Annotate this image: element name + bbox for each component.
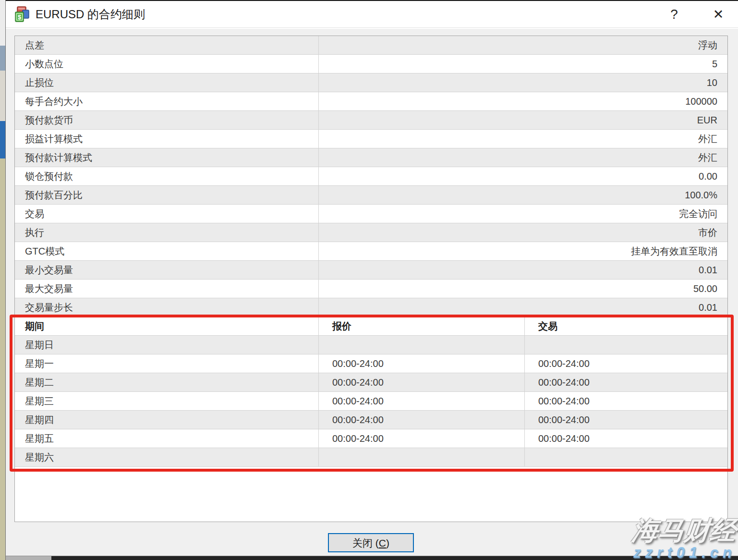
schedule-row[interactable]: 星期一 00:00-24:00 00:00-24:00	[15, 354, 727, 373]
schedule-quotes-hours: 00:00-24:00	[319, 392, 525, 410]
spec-row[interactable]: 点差 浮动	[15, 36, 727, 55]
schedule-quotes-hours	[319, 336, 525, 354]
spec-row-label: 预付款货币	[15, 111, 319, 129]
schedule-row[interactable]: 星期五 00:00-24:00 00:00-24:00	[15, 429, 727, 448]
schedule-trading-hours: 00:00-24:00	[525, 392, 727, 410]
spec-row-value: 外汇	[319, 130, 727, 148]
dialog-content: 点差 浮动 小数点位 5 止损位 10	[6, 29, 738, 556]
spec-row-label: 执行	[15, 223, 319, 242]
spec-row-value: 10	[319, 73, 727, 92]
schedule-day: 星期三	[15, 392, 319, 410]
spec-row[interactable]: 预付款货币 EUR	[15, 111, 727, 130]
schedule-row[interactable]: 星期六	[15, 448, 727, 467]
close-button-accesskey: C	[379, 537, 386, 548]
schedule-rows: 星期日 星期一 00:00-24:00 00:00-24:00 星期二	[15, 336, 727, 467]
background-window-edge	[0, 0, 6, 560]
spec-row-value: 50.00	[319, 280, 727, 298]
watermark: 海马财经 zzrt01.cn	[632, 517, 736, 560]
spec-row[interactable]: 锁仓预付款 0.00	[15, 167, 727, 186]
spec-row[interactable]: 预付款计算模式 外汇	[15, 148, 727, 167]
spec-row-value: 外汇	[319, 148, 727, 167]
screen: $ EURUSD 的合约细则 ? ✕ 点差 浮动	[0, 0, 738, 560]
spec-row-value: 100000	[319, 92, 727, 110]
schedule-trading-hours: 00:00-24:00	[525, 411, 727, 429]
spec-row-label: 锁仓预付款	[15, 167, 319, 185]
schedule-quotes-hours: 00:00-24:00	[319, 411, 525, 429]
spec-row-value: 0.00	[319, 167, 727, 185]
contract-spec-icon: $	[14, 6, 31, 23]
spec-row[interactable]: 每手合约大小 100000	[15, 92, 727, 111]
contract-specification-dialog: $ EURUSD 的合约细则 ? ✕ 点差 浮动	[6, 0, 738, 560]
spec-row-label: 点差	[15, 36, 319, 54]
schedule-quotes-hours	[319, 448, 525, 466]
spec-row-value: 0.01	[319, 298, 727, 317]
schedule-day: 星期五	[15, 429, 319, 448]
schedule-day: 星期日	[15, 336, 319, 354]
schedule-header-row: 期间 报价 交易	[15, 317, 727, 336]
spec-row-label: 预付款百分比	[15, 186, 319, 204]
spec-row-label: GTC模式	[15, 242, 319, 260]
spec-row[interactable]: 损益计算模式 外汇	[15, 130, 727, 148]
spec-row[interactable]: 最大交易量 50.00	[15, 280, 727, 298]
spec-row-label: 小数点位	[15, 55, 319, 73]
schedule-trading-hours	[525, 336, 727, 354]
spec-row[interactable]: 交易 完全访问	[15, 205, 727, 223]
spec-row-label: 损益计算模式	[15, 130, 319, 148]
spec-row-label: 最小交易量	[15, 261, 319, 279]
spec-row[interactable]: 交易量步长 0.01	[15, 298, 727, 317]
spec-row[interactable]: GTC模式 挂单为有效直至取消	[15, 242, 727, 261]
schedule-header-period: 期间	[15, 317, 319, 335]
spec-row-label: 预付款计算模式	[15, 148, 319, 167]
schedule-quotes-hours: 00:00-24:00	[319, 354, 525, 373]
spec-row-value: 5	[319, 55, 727, 73]
dialog-title-bar: $ EURUSD 的合约细则 ? ✕	[6, 1, 738, 28]
spec-row-value: 完全访问	[319, 205, 727, 223]
close-button[interactable]: 关闭 (C)	[328, 533, 414, 552]
schedule-day: 星期一	[15, 354, 319, 373]
watermark-url-text: zzrt01.cn	[632, 545, 736, 560]
schedule-row[interactable]: 星期日	[15, 336, 727, 354]
schedule-row[interactable]: 星期二 00:00-24:00 00:00-24:00	[15, 373, 727, 392]
schedule-trading-hours: 00:00-24:00	[525, 354, 727, 373]
schedule-row[interactable]: 星期四 00:00-24:00 00:00-24:00	[15, 411, 727, 429]
schedule-trading-hours: 00:00-24:00	[525, 429, 727, 448]
spec-row-value: 0.01	[319, 261, 727, 279]
schedule-trading-hours	[525, 448, 727, 466]
schedule-day: 星期四	[15, 411, 319, 429]
spec-row[interactable]: 最小交易量 0.01	[15, 261, 727, 280]
watermark-brand-text: 海马财经	[631, 517, 738, 543]
schedule-quotes-hours: 00:00-24:00	[319, 429, 525, 448]
svg-text:$: $	[18, 13, 22, 21]
spec-row-label: 最大交易量	[15, 280, 319, 298]
close-x-button[interactable]: ✕	[707, 1, 729, 28]
spec-row-label: 交易	[15, 205, 319, 223]
schedule-header-quotes: 报价	[319, 317, 525, 335]
spec-row[interactable]: 预付款百分比 100.0%	[15, 186, 727, 205]
spec-row[interactable]: 止损位 10	[15, 73, 727, 92]
close-button-label-prefix: 关闭 (	[352, 537, 379, 548]
spec-row-value: EUR	[319, 111, 727, 129]
schedule-trading-hours: 00:00-24:00	[525, 373, 727, 391]
schedule-day: 星期二	[15, 373, 319, 391]
spec-row-value: 市价	[319, 223, 727, 242]
help-button[interactable]: ?	[663, 1, 685, 28]
spec-row-value: 浮动	[319, 36, 727, 54]
schedule-quotes-hours: 00:00-24:00	[319, 373, 525, 391]
spec-row-label: 交易量步长	[15, 298, 319, 317]
specification-table: 点差 浮动 小数点位 5 止损位 10	[14, 36, 728, 522]
spec-rows: 点差 浮动 小数点位 5 止损位 10	[15, 36, 727, 317]
spec-row-label: 每手合约大小	[15, 92, 319, 110]
dialog-title: EURUSD 的合约细则	[36, 1, 145, 28]
background-taskbar-edge	[6, 556, 738, 560]
close-button-label-suffix: )	[386, 537, 389, 548]
spec-row-value: 挂单为有效直至取消	[319, 242, 727, 260]
schedule-day: 星期六	[15, 448, 319, 466]
spec-row[interactable]: 执行 市价	[15, 223, 727, 242]
spec-row-value: 100.0%	[319, 186, 727, 204]
schedule-header-trading: 交易	[525, 317, 727, 335]
schedule-row[interactable]: 星期三 00:00-24:00 00:00-24:00	[15, 392, 727, 411]
spec-row[interactable]: 小数点位 5	[15, 55, 727, 73]
spec-row-label: 止损位	[15, 73, 319, 92]
